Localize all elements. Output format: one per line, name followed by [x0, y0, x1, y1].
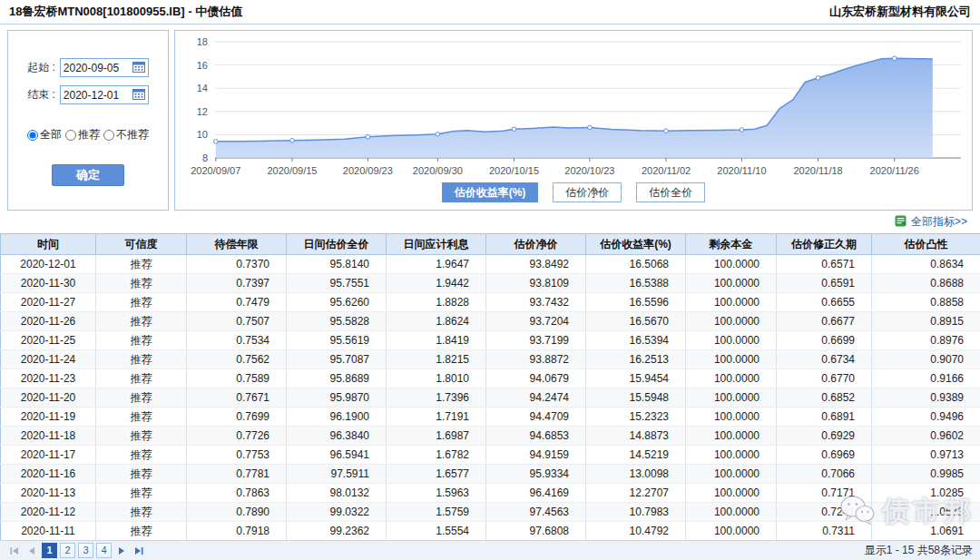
recommend-radio-group: 全部推荐不推荐 — [27, 127, 149, 142]
calendar-icon[interactable] — [132, 88, 145, 103]
table-cell: 94.9159 — [486, 446, 586, 465]
table-cell: 95.7087 — [287, 350, 387, 369]
table-cell: 2020-11-25 — [1, 331, 96, 350]
page-button-3[interactable]: 3 — [78, 543, 93, 558]
table-cell: 0.7507 — [187, 312, 287, 331]
table-cell: 16.5388 — [586, 274, 686, 293]
table-cell: 推荐 — [96, 255, 187, 274]
start-date-input[interactable]: 2020-09-05 — [60, 58, 149, 77]
table-cell: 2020-11-23 — [1, 369, 96, 388]
start-date-row: 起始 : 2020-09-05 — [27, 58, 149, 77]
first-page-button[interactable] — [7, 544, 22, 558]
table-cell: 2020-11-18 — [1, 427, 96, 446]
radio-推荐[interactable] — [65, 130, 76, 141]
pager: 1234 — [7, 543, 146, 558]
table-cell: 100.0000 — [686, 427, 777, 446]
table-cell: 推荐 — [96, 503, 187, 522]
end-date-input[interactable]: 2020-12-01 — [60, 85, 149, 104]
table-cell: 0.7918 — [187, 522, 287, 541]
record-count-status: 显示1 - 15 共58条记录 — [865, 543, 973, 558]
table-cell: 0.7171 — [777, 484, 872, 503]
svg-text:8: 8 — [202, 152, 208, 163]
table-cell: 0.6655 — [777, 293, 872, 312]
end-date-label: 结束 : — [27, 87, 55, 103]
calendar-icon[interactable] — [132, 61, 145, 75]
chart-tab-估价全价[interactable]: 估价全价 — [636, 182, 705, 202]
column-header-待偿年限: 待偿年限 — [187, 234, 287, 255]
next-page-button[interactable] — [114, 544, 129, 558]
excel-export-icon[interactable] — [895, 215, 906, 230]
table-cell: 1.0691 — [872, 522, 980, 541]
table-cell: 16.5670 — [586, 312, 686, 331]
table-cell: 94.4709 — [486, 408, 586, 427]
all-indicators-link[interactable]: 全部指标>> — [911, 214, 967, 230]
table-cell: 16.2513 — [586, 350, 686, 369]
table-row: 2020-11-24推荐0.756295.70871.821593.887216… — [1, 350, 980, 369]
radio-option-不推荐[interactable]: 不推荐 — [103, 127, 149, 142]
chart-tab-bar: 估价收益率(%)估价净价估价全价 — [175, 182, 972, 202]
filter-panel: 起始 : 2020-09-05 结束 : 2020-12-01 全部推荐不推荐 … — [7, 30, 169, 211]
table-cell: 100.0000 — [686, 350, 777, 369]
end-date-value[interactable]: 2020-12-01 — [64, 89, 130, 102]
table-cell: 推荐 — [96, 522, 187, 541]
chart-tab-估价收益率(%)[interactable]: 估价收益率(%) — [442, 182, 539, 202]
radio-不推荐[interactable] — [103, 130, 114, 141]
confirm-button[interactable]: 确定 — [52, 164, 124, 186]
table-cell: 推荐 — [96, 484, 187, 503]
radio-全部[interactable] — [27, 130, 38, 141]
page-title: 18鲁宏桥MTN008[101800955.IB] - 中债估值 — [9, 4, 242, 20]
table-cell: 0.7241 — [777, 503, 872, 522]
table-cell: 100.0000 — [686, 503, 777, 522]
column-header-日间估价全价: 日间估价全价 — [287, 234, 387, 255]
table-row: 2020-11-20推荐0.767195.98701.739694.247415… — [1, 388, 980, 408]
table-cell: 2020-11-30 — [1, 274, 96, 293]
table-cell: 97.4563 — [486, 503, 586, 522]
svg-text:2020/10/23: 2020/10/23 — [564, 165, 614, 176]
table-cell: 95.8140 — [287, 255, 387, 274]
last-page-button[interactable] — [132, 544, 146, 558]
radio-option-全部[interactable]: 全部 — [27, 127, 62, 142]
table-cell: 96.1900 — [287, 408, 387, 427]
table-cell: 0.6591 — [777, 274, 872, 293]
radio-option-推荐[interactable]: 推荐 — [65, 127, 100, 142]
table-row: 2020-11-13推荐0.786398.01321.596396.416912… — [1, 484, 980, 503]
table-cell: 100.0000 — [686, 312, 777, 331]
table-cell: 0.6969 — [777, 446, 872, 465]
table-cell: 1.9442 — [387, 274, 486, 293]
table-cell: 15.2323 — [586, 408, 686, 427]
table-cell: 100.0000 — [686, 274, 777, 293]
table-cell: 1.9647 — [387, 255, 486, 274]
table-cell: 1.6577 — [387, 465, 486, 484]
table-row: 2020-11-26推荐0.750795.58281.862493.720416… — [1, 312, 980, 331]
page-button-2[interactable]: 2 — [60, 543, 75, 558]
table-cell: 93.8109 — [486, 274, 586, 293]
table-cell: 推荐 — [96, 331, 187, 350]
table-header-row: 时间可信度待偿年限日间估价全价日间应计利息估价净价估价收益率(%)剩余本金估价修… — [1, 234, 980, 255]
table-cell: 99.2362 — [287, 522, 387, 541]
table-cell: 0.6852 — [777, 388, 872, 408]
start-date-value[interactable]: 2020-09-05 — [64, 62, 130, 74]
chart-tab-估价净价[interactable]: 估价净价 — [553, 182, 622, 202]
table-cell: 推荐 — [96, 446, 187, 465]
table-cell: 推荐 — [96, 465, 187, 484]
table-cell: 1.6987 — [387, 427, 486, 446]
table-cell: 95.9870 — [287, 388, 387, 408]
chart-panel: 810121416182020/09/072020/09/152020/09/2… — [174, 30, 973, 211]
table-cell: 96.3840 — [287, 427, 387, 446]
table-row: 2020-11-23推荐0.758995.86891.801094.067915… — [1, 369, 980, 388]
prev-page-button[interactable] — [24, 544, 39, 558]
page-button-1[interactable]: 1 — [42, 543, 57, 558]
table-cell: 0.6571 — [777, 255, 872, 274]
table-cell: 100.0000 — [686, 522, 777, 541]
table-cell: 94.0679 — [486, 369, 586, 388]
svg-text:2020/09/07: 2020/09/07 — [191, 165, 240, 176]
page-button-4[interactable]: 4 — [96, 543, 112, 558]
table-cell: 0.6699 — [777, 331, 872, 350]
table-cell: 0.7534 — [187, 331, 287, 350]
table-row: 2020-11-30推荐0.739795.75511.944293.810916… — [1, 274, 980, 293]
table-cell: 2020-12-01 — [1, 255, 96, 274]
table-cell: 1.7396 — [387, 388, 486, 408]
table-cell: 0.7781 — [187, 465, 287, 484]
table-cell: 10.7983 — [586, 503, 686, 522]
table-cell: 95.5828 — [287, 312, 387, 331]
